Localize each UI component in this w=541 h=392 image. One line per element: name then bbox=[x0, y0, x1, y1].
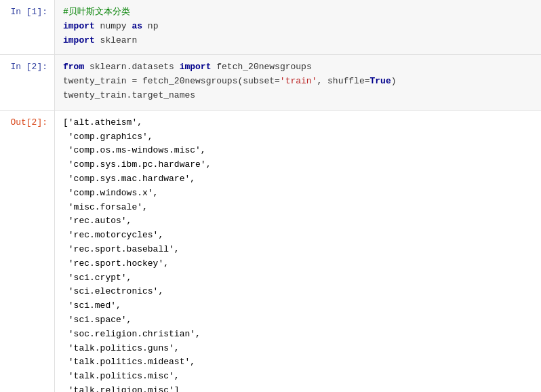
cell-in-1[interactable]: In [1]: #贝叶斯文本分类 import numpy as np impo… bbox=[0, 0, 541, 55]
output-line-18: 'talk.politics.mideast', bbox=[63, 355, 533, 370]
output-line-5: 'comp.sys.mac.hardware', bbox=[63, 172, 533, 187]
code-line-1-2: import numpy as np bbox=[63, 20, 533, 34]
cell-content-in2[interactable]: from sklearn.datasets import fetch_20new… bbox=[54, 55, 541, 109]
output-line-15: 'sci.space', bbox=[63, 313, 533, 328]
code-line-1-3: import sklearn bbox=[63, 34, 533, 48]
code-line-2-3: twenty_train.target_names bbox=[63, 89, 533, 103]
output-line-3: 'comp.os.ms-windows.misc', bbox=[63, 144, 533, 158]
cell-label-out2: Out[2]: bbox=[0, 111, 54, 133]
output-line-17: 'talk.politics.guns', bbox=[63, 342, 533, 356]
output-line-16: 'soc.religion.christian', bbox=[63, 328, 533, 342]
code-comment-1: #贝叶斯文本分类 bbox=[63, 5, 533, 20]
cell-out-2: Out[2]: ['alt.atheism', 'comp.graphics',… bbox=[0, 111, 541, 392]
output-line-9: 'rec.motorcycles', bbox=[63, 229, 533, 243]
output-line-13: 'sci.electronics', bbox=[63, 285, 533, 299]
cell-label-in2: In [2]: bbox=[0, 55, 54, 77]
cell-content-in1[interactable]: #贝叶斯文本分类 import numpy as np import sklea… bbox=[54, 0, 541, 54]
cell-content-out2: ['alt.atheism', 'comp.graphics', 'comp.o… bbox=[54, 111, 541, 392]
output-line-2: 'comp.graphics', bbox=[63, 130, 533, 144]
output-line-20: 'talk.religion.misc'] bbox=[63, 384, 533, 392]
output-line-10: 'rec.sport.baseball', bbox=[63, 243, 533, 257]
output-line-11: 'rec.sport.hockey', bbox=[63, 257, 533, 271]
output-line-4: 'comp.sys.ibm.pc.hardware', bbox=[63, 158, 533, 172]
output-line-12: 'sci.crypt', bbox=[63, 271, 533, 286]
jupyter-notebook: In [1]: #贝叶斯文本分类 import numpy as np impo… bbox=[0, 0, 541, 392]
output-line-1: ['alt.atheism', bbox=[63, 116, 533, 130]
output-line-19: 'talk.politics.misc', bbox=[63, 370, 533, 384]
output-line-14: 'sci.med', bbox=[63, 299, 533, 313]
cell-in-2[interactable]: In [2]: from sklearn.datasets import fet… bbox=[0, 55, 541, 110]
output-line-8: 'rec.autos', bbox=[63, 214, 533, 229]
cell-label-in1: In [1]: bbox=[0, 0, 54, 22]
output-line-6: 'comp.windows.x', bbox=[63, 187, 533, 201]
code-line-2-1: from sklearn.datasets import fetch_20new… bbox=[63, 60, 533, 75]
code-line-2-2: twenty_train = fetch_20newsgroups(subset… bbox=[63, 75, 533, 89]
output-line-7: 'misc.forsale', bbox=[63, 201, 533, 215]
